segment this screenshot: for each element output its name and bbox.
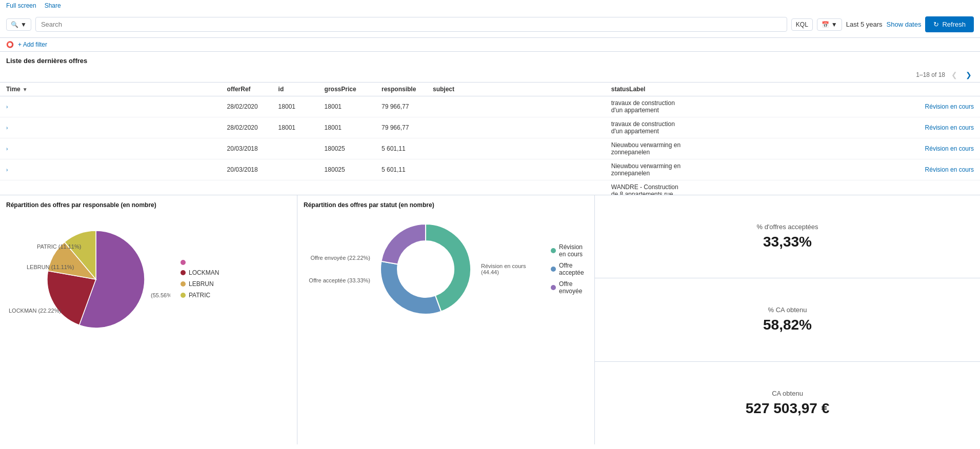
cell-expand[interactable]: › (0, 96, 221, 117)
stat-value-ca-percent: 58,82% (763, 317, 812, 333)
donut-container: Offre envoyée (22.22%) Offre acceptée (3… (304, 213, 588, 320)
refresh-label: Refresh (942, 21, 966, 28)
cell-grossprice: 79 966,77 (375, 96, 427, 117)
cell-offerref (272, 159, 318, 180)
cell-time: 19/01/2018 (221, 180, 272, 195)
date-range-label: Last 5 years (846, 21, 883, 28)
pagination-prev-button[interactable]: ❮ (949, 70, 959, 80)
cell-time: 20/03/2018 (221, 159, 272, 180)
col-header-time[interactable]: Time ▼ (0, 83, 46, 96)
add-filter-button[interactable]: + Add filter (18, 41, 47, 48)
donut-chart-svg (374, 218, 477, 320)
col-header-statuslabel[interactable]: statusLabel (605, 83, 687, 96)
legend-item-envoyee: Offre envoyée (551, 280, 588, 295)
cell-subject: travaux de construction d'un appartement (605, 117, 687, 138)
cell-subject: Nieuwbou verwarming en zonnepanelen (605, 138, 687, 159)
legend-label-acceptee: Offre acceptée (559, 262, 588, 276)
stat-panel-accepted: % d'offres acceptées 33,33% (595, 195, 980, 278)
pie-container: PATRIC (11.11%) LEBRUN (11.11%) LOCKMAN … (6, 213, 291, 341)
pie-chart-svg: PATRIC (11.11%) LEBRUN (11.11%) LOCKMAN … (6, 218, 170, 341)
search-input[interactable] (35, 17, 787, 32)
pie-chart-title: Répartition des offres par responsable (… (6, 201, 291, 209)
cell-time: 28/02/2020 (221, 96, 272, 117)
cell-offerref: 18001 (272, 117, 318, 138)
pie-legend: LOCKMAN LEBRUN PATRIC (181, 260, 219, 299)
cell-expand[interactable]: › (0, 138, 221, 159)
legend-dot-envoyee (551, 285, 556, 290)
donut-chart-title: Répartition des offres par statut (en no… (304, 201, 588, 209)
calendar-icon: 📅 (822, 21, 829, 28)
search-type-button[interactable]: 🔍 ▼ (6, 18, 31, 31)
full-screen-link[interactable]: Full screen (6, 2, 36, 9)
table-row[interactable]: › 28/02/2020 18001 18001 79 966,77 trava… (0, 96, 980, 117)
cell-subject: WANDRE - Construction de 8 appartements … (605, 180, 687, 195)
cell-grossprice: 79 966,77 (375, 117, 427, 138)
charts-section: Répartition des offres par responsable (… (0, 195, 980, 444)
col-header-id[interactable]: id (272, 83, 318, 96)
calendar-button[interactable]: 📅 ▼ (817, 18, 842, 31)
cell-id: 18001 (318, 117, 375, 138)
donut-chart-panel: Répartition des offres par statut (en no… (297, 195, 595, 444)
col-header-grossprice[interactable]: grossPrice (318, 83, 375, 96)
legend-label-revision: Révision en cours (559, 243, 588, 258)
show-dates-button[interactable]: Show dates (887, 21, 922, 28)
cell-statuslabel: Révision en cours (687, 117, 980, 138)
cell-responsible (427, 117, 605, 138)
filter-icon[interactable]: ⭕ (6, 41, 14, 48)
cell-id: RALPH3OFFER (318, 180, 375, 195)
cell-responsible: LEBRUN (427, 180, 605, 195)
stat-value-accepted: 33,33% (763, 234, 812, 250)
cell-responsible (427, 138, 605, 159)
col-header-subject[interactable]: subject (427, 83, 605, 96)
cell-id: 180025 (318, 159, 375, 180)
cell-statuslabel: Révision en cours (687, 96, 980, 117)
table-row[interactable]: › 19/01/2018 ADJ180024 RALPH3OFFER 0 LEB… (0, 180, 980, 195)
pie-label-lebrun: LEBRUN (11.11%) (27, 264, 74, 270)
stat-panel-ca-total: CA obtenu 527 503,97 € (595, 362, 980, 444)
table-row[interactable]: › 20/03/2018 180025 5 601,11 Nieuwbou ve… (0, 159, 980, 180)
cell-expand[interactable]: › (0, 117, 221, 138)
legend-item-acceptee: Offre acceptée (551, 262, 588, 276)
table-header-row: 1–18 of 18 ❮ ❯ (0, 68, 980, 82)
cell-expand[interactable]: › (0, 180, 221, 195)
sort-arrow-icon: ▼ (23, 87, 28, 92)
legend-dot-revision (551, 248, 556, 253)
chevron-down-icon: ▼ (831, 21, 837, 28)
table-scroll[interactable]: Time ▼ offerRef id grossPrice responsibl… (0, 82, 980, 195)
col-header-responsible[interactable]: responsible (375, 83, 427, 96)
chevron-down-icon: ▼ (21, 21, 27, 28)
legend-item-lockman: LOCKMAN (181, 269, 219, 276)
cell-grossprice: 0 (375, 180, 427, 195)
cell-grossprice: 5 601,11 (375, 159, 427, 180)
pagination-info: 1–18 of 18 (916, 71, 945, 78)
table-row[interactable]: › 20/03/2018 180025 5 601,11 Nieuwbou ve… (0, 138, 980, 159)
cell-responsible (427, 96, 605, 117)
donut-legend: Révision en cours Offre acceptée Offre e… (551, 243, 588, 295)
legend-item-lebrun: LEBRUN (181, 280, 219, 288)
legend-dot-lebrun (181, 281, 186, 287)
pagination-next-button[interactable]: ❯ (964, 70, 974, 80)
pie-label-main: (55.56%) (151, 292, 170, 298)
pie-svg-wrapper: PATRIC (11.11%) LEBRUN (11.11%) LOCKMAN … (6, 218, 170, 341)
cell-expand[interactable]: › (0, 159, 221, 180)
cell-subject: travaux de construction d'un appartement (605, 96, 687, 117)
cell-grossprice: 5 601,11 (375, 138, 427, 159)
cell-statuslabel: Révision en cours (687, 138, 980, 159)
refresh-button[interactable]: ↻ Refresh (925, 16, 974, 32)
stat-panel-ca-percent: % CA obtenu 58,82% (595, 278, 980, 361)
table-body: › 28/02/2020 18001 18001 79 966,77 trava… (0, 96, 980, 195)
table-row[interactable]: › 28/02/2020 18001 18001 79 966,77 trava… (0, 117, 980, 138)
kql-button[interactable]: KQL (791, 18, 813, 31)
data-table: Time ▼ offerRef id grossPrice responsibl… (0, 82, 980, 195)
col-time-label: Time (6, 86, 21, 93)
legend-label-envoyee: Offre envoyée (559, 280, 588, 295)
share-link[interactable]: Share (45, 2, 61, 9)
filter-bar: ⭕ + Add filter (0, 38, 980, 52)
search-icon: 🔍 (11, 21, 18, 28)
stat-label-accepted: % d'offres acceptées (756, 223, 818, 231)
donut-right-labels: Révision en cours (44.44) (481, 263, 543, 275)
col-header-offerref[interactable]: offerRef (221, 83, 272, 96)
cell-offerref (272, 138, 318, 159)
stat-label-ca-total: CA obtenu (772, 390, 803, 397)
stat-value-ca-total: 527 503,97 € (746, 400, 830, 417)
